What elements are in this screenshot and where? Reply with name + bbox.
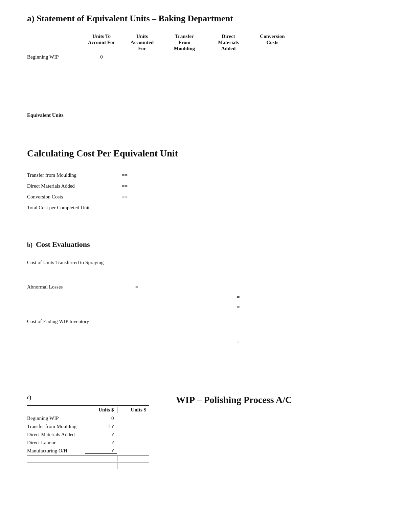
eval-eq-1: = xyxy=(237,270,244,276)
lt-footer-row: – xyxy=(27,455,149,463)
lt-row-0: Beginning WIP 0 xyxy=(27,414,149,422)
lt-row-1: Transfer from Moulding ? ? xyxy=(27,422,149,430)
cost-row-1: Direct Materials Added == xyxy=(27,181,379,191)
bottom-section: c) Units $ Units $ Beginning WIP 0 Trans… xyxy=(27,395,379,469)
eval-eq-6: = xyxy=(237,329,244,335)
equiv-units-label: Equivalent Units xyxy=(27,112,379,118)
lt-row-4: Manufacturing O/H ? xyxy=(27,447,149,455)
lt-label-4: Manufacturing O/H xyxy=(27,447,85,454)
eval-row-6: = xyxy=(34,327,379,336)
eval-rows: Cost of Units Transferred to Spraying = … xyxy=(27,258,379,346)
eval-label-5: Cost of Ending WIP Inventory xyxy=(27,319,135,324)
col3-header: Transfer From Moulding xyxy=(162,33,206,51)
lt-label-1: Transfer from Moulding xyxy=(27,423,85,430)
eval-eq-7: = xyxy=(237,339,244,345)
lt-val1-4: ? xyxy=(85,448,117,454)
eval-eq-2: = xyxy=(135,284,142,290)
lt-row-2: Direct Materials Added ? xyxy=(27,430,149,439)
left-table-section-label: c) xyxy=(27,395,149,401)
section3-label: b) xyxy=(27,241,32,249)
lt-val1-0: 0 xyxy=(85,416,117,421)
cost-eq-1: == xyxy=(122,183,135,189)
table-header-row: Units To Account For Units Accounted For… xyxy=(81,33,379,51)
lt-label-0: Beginning WIP xyxy=(27,415,85,422)
lt-row-3: Direct Labour ? xyxy=(27,439,149,447)
eval-row-4: = xyxy=(34,302,379,312)
cost-row-2: Conversion Costs == xyxy=(27,192,379,201)
eval-eq-3: = xyxy=(237,294,244,300)
cost-rows: Transfer from Moulding == Direct Materia… xyxy=(27,170,379,212)
eval-label-0: Cost of Units Transferred to Spraying = xyxy=(27,260,135,265)
cost-row-0: Transfer from Moulding == xyxy=(27,170,379,180)
eval-row-5: Cost of Ending WIP Inventory = xyxy=(27,317,379,326)
lt-col1-header: Units $ xyxy=(85,407,117,413)
lt-footer-val2: – xyxy=(117,456,149,462)
lt-label-2: Direct Materials Added xyxy=(27,431,85,438)
eval-row-0: Cost of Units Transferred to Spraying = xyxy=(27,258,379,267)
lt-footer2-val2: = xyxy=(117,463,149,469)
wip-title: WIP – Polishing Process A/C xyxy=(176,395,304,405)
col1-header: Units To Account For xyxy=(81,33,122,51)
lt-label-3: Direct Labour xyxy=(27,439,85,446)
col4-header: Direct Materials Added xyxy=(206,33,250,51)
col5-header: Conversion Costs xyxy=(250,33,294,51)
eval-eq-4: = xyxy=(237,304,244,310)
eval-eq-5: = xyxy=(135,319,142,324)
eval-row-7: = xyxy=(34,337,379,346)
right-table: WIP – Polishing Process A/C xyxy=(176,395,304,408)
eval-row-3: = xyxy=(34,292,379,302)
eval-row-2: Abnormal Losses = xyxy=(27,282,379,292)
cost-label-2: Conversion Costs xyxy=(27,194,122,200)
cost-label-3: Total Cost per Completed Unit xyxy=(27,205,122,211)
cost-label-0: Transfer from Moulding xyxy=(27,172,122,178)
lt-header-row: Units $ Units $ xyxy=(27,405,149,414)
beginning-wip-value: 0 xyxy=(81,54,122,60)
cost-eq-2: == xyxy=(122,194,135,200)
section2-title: Calculating Cost Per Equivalent Unit xyxy=(27,148,379,159)
left-table: c) Units $ Units $ Beginning WIP 0 Trans… xyxy=(27,395,149,469)
lt-val1-3: ? xyxy=(85,440,117,446)
beginning-wip-row: Beginning WIP 0 xyxy=(27,53,379,61)
eval-label-2: Abnormal Losses xyxy=(27,284,135,290)
beginning-wip-label: Beginning WIP xyxy=(27,54,81,60)
eval-row-1: = xyxy=(34,268,379,277)
col2-header: Units Accounted For xyxy=(122,33,162,51)
lt-val1-2: ? xyxy=(85,432,117,438)
lt-col2-header: Units $ xyxy=(117,407,149,413)
cost-label-1: Direct Materials Added xyxy=(27,183,122,189)
section3-title: Cost Evaluations xyxy=(36,240,90,249)
cost-row-3: Total Cost per Completed Unit == xyxy=(27,203,379,212)
cost-eq-3: == xyxy=(122,205,135,211)
lt-val1-1: ? ? xyxy=(85,424,117,429)
cost-eq-0: == xyxy=(122,172,135,178)
main-title: a) Statement of Equivalent Units – Bakin… xyxy=(27,14,379,24)
